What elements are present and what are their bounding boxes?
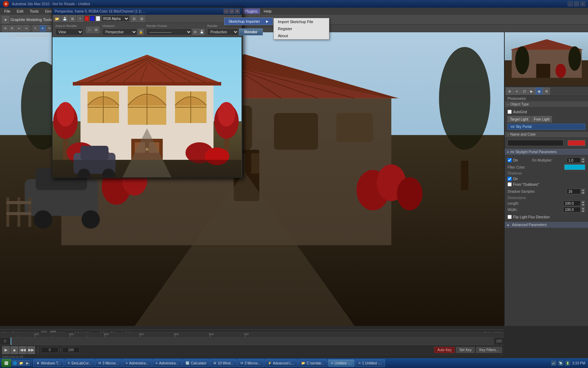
rd-channel-select[interactable]: RGB Alpha Red Green Blue Alpha — [102, 15, 130, 22]
play-btn[interactable]: ▶ — [2, 346, 10, 354]
props-hierarchy-icon[interactable]: ⌬ — [521, 88, 528, 95]
length-spin-dn[interactable]: ▼ — [581, 203, 585, 206]
rd-expand-icon[interactable]: ⊟ — [131, 15, 137, 22]
menu-plugins[interactable]: Plugins — [242, 8, 260, 14]
frame-total-input[interactable]: 100 — [62, 347, 80, 353]
length-spin-up[interactable]: ▲ — [581, 200, 585, 203]
dialog-minimize-btn[interactable]: – — [224, 9, 229, 14]
area-to-render-select[interactable]: View Selected Region Blowup Crop — [55, 28, 83, 35]
tb-icon-1[interactable]: ⟲ — [2, 25, 8, 32]
mult-spin-dn[interactable]: ▼ — [581, 160, 585, 163]
viewport-select[interactable]: Perspective Top Front Left — [102, 28, 137, 35]
rd-open-icon[interactable]: 📂 — [54, 15, 60, 22]
tb-move[interactable]: ✛ — [40, 25, 46, 32]
preset-save-icon[interactable]: 💾 — [199, 29, 204, 35]
length-input[interactable] — [563, 200, 581, 206]
rd-color-blue[interactable] — [90, 16, 94, 21]
taskbar-admin-1[interactable]: A Administra... — [122, 359, 152, 367]
rd-fit-icon[interactable]: ⊞ — [139, 15, 145, 22]
taskbar-3micros-1[interactable]: M 3 Micros... — [95, 359, 122, 367]
import-sketchup-file-item[interactable]: Import Sketchup File — [274, 18, 329, 25]
render-button[interactable]: Render — [239, 28, 263, 35]
mult-spin-up[interactable]: ▲ — [581, 157, 585, 160]
rd-color-white[interactable] — [96, 16, 100, 21]
color-swatch[interactable] — [568, 140, 585, 146]
render-type-select[interactable]: Production ActiveShade — [207, 28, 239, 35]
on-checkbox[interactable] — [507, 158, 512, 162]
props-motion-icon[interactable]: ▶ — [528, 88, 535, 95]
props-display-icon[interactable]: ◉ — [536, 88, 542, 95]
width-spin-up[interactable]: ▲ — [581, 207, 585, 210]
stop-btn[interactable]: ■ — [10, 346, 18, 354]
props-create-icon[interactable]: ⊕ — [506, 88, 513, 95]
shadows-on-checkbox[interactable] — [507, 177, 512, 181]
minimize-btn[interactable]: – — [568, 1, 573, 6]
multiplier-input[interactable] — [567, 157, 581, 163]
shadow-spin-dn[interactable]: ▼ — [581, 191, 585, 194]
taskbar-admin-2[interactable]: A Administra... — [153, 359, 182, 367]
flip-light-flux-checkbox[interactable] — [507, 215, 512, 219]
tb-icon-redo[interactable]: ↪ — [23, 25, 29, 32]
object-type-header[interactable]: ▸ Object Type — [505, 101, 588, 108]
dialog-close-btn[interactable]: × — [235, 9, 240, 14]
prev-frame-btn[interactable]: ◀◀ — [19, 346, 27, 354]
ar-icon2[interactable]: ⊞ — [93, 27, 99, 33]
key-filters-btn[interactable]: Key Filters... — [476, 347, 502, 353]
menu-file[interactable]: File — [1, 8, 13, 14]
rd-delete-icon[interactable]: × — [77, 15, 83, 22]
preset-load-icon[interactable]: ⊕ — [192, 29, 198, 35]
mr-sky-portal-btn[interactable]: mr Sky Portal — [507, 124, 585, 130]
filter-color-swatch[interactable] — [564, 164, 585, 170]
taskbar-simlab-path[interactable]: 📂 C:\simlab... — [298, 359, 327, 367]
dialog-maximize-btn[interactable]: □ — [229, 9, 234, 14]
width-spin-dn[interactable]: ▼ — [581, 210, 585, 212]
taskbar-windows-t[interactable]: 🖥 Windows T... — [33, 359, 64, 367]
viewport-lock-icon[interactable]: 🔒 — [138, 29, 144, 35]
maximize-btn[interactable]: □ — [574, 1, 579, 6]
plugins-sketchup-item[interactable]: Sketchup Importer ▶ — [224, 18, 273, 25]
menu-help[interactable]: Help — [261, 8, 274, 14]
shadow-spin-up[interactable]: ▲ — [581, 189, 585, 191]
width-input[interactable] — [563, 207, 581, 212]
shadow-samples-input[interactable] — [567, 189, 581, 194]
rd-copy-icon[interactable]: ⊞ — [69, 15, 76, 22]
taskbar-3micros-2[interactable]: M 3 Micros... — [237, 359, 264, 367]
taskbar-untitled-2[interactable]: A 1 Untitled -... — [355, 359, 385, 367]
name-color-header[interactable]: ▾ Name and Color — [505, 131, 588, 138]
advanced-params-header[interactable]: ▸ Advanced Parameters — [505, 222, 588, 228]
set-key-btn[interactable]: Set Key — [456, 347, 475, 353]
free-light-btn[interactable]: Free Light — [531, 116, 552, 122]
taskbar-advanced-l[interactable]: ⚡ Advanced L... — [265, 359, 298, 367]
tb-icon-undo[interactable]: ↩ — [16, 25, 22, 32]
start-button[interactable]: ⊞ — [1, 359, 11, 367]
props-utilities-icon[interactable]: ⚙ — [543, 88, 550, 95]
about-item[interactable]: About — [274, 32, 329, 39]
quicklaunch-media[interactable]: ▶ — [24, 360, 30, 366]
ar-icon1[interactable]: □ — [86, 27, 92, 33]
menu-edit[interactable]: Edit — [14, 8, 26, 14]
timeline-slider[interactable] — [10, 338, 493, 345]
taskbar-10wind[interactable]: ⊞ 10 Wind... — [210, 359, 237, 367]
target-light-btn[interactable]: Target Light — [507, 116, 531, 122]
tb-icon-2[interactable]: ⟳ — [9, 25, 15, 32]
register-item[interactable]: Register — [274, 25, 329, 32]
name-input[interactable] — [507, 140, 564, 146]
taskbar-untitled-1[interactable]: A Untitled -... — [328, 359, 355, 367]
quicklaunch-folder[interactable]: 📁 — [18, 360, 24, 366]
rd-color-red[interactable] — [85, 16, 89, 21]
tb-select[interactable]: ↖ — [33, 25, 39, 32]
shadows-outdoors-checkbox[interactable] — [507, 182, 512, 186]
close-btn[interactable]: × — [580, 1, 585, 6]
quicklaunch-ie[interactable]: 🌐 — [12, 360, 18, 366]
taskbar-simlab[interactable]: S SimLabCor... — [65, 359, 95, 367]
autogrid-checkbox[interactable] — [507, 110, 512, 114]
render-preset-select[interactable]: ------------------- Draft Medium High — [146, 28, 192, 35]
taskbar-calculator[interactable]: 🔢 Calculator — [182, 359, 210, 367]
menu-tools[interactable]: Tools — [27, 8, 42, 14]
auto-key-btn[interactable]: Auto Key — [434, 347, 455, 353]
next-frame-btn[interactable]: ▶▶ — [27, 346, 35, 354]
props-modify-icon[interactable]: ≡ — [513, 88, 520, 95]
frame-input[interactable]: 0 — [41, 347, 58, 353]
rd-save-icon[interactable]: 💾 — [62, 15, 68, 22]
skylight-portal-header[interactable]: mr Skylight Portal Parameters — [505, 149, 588, 155]
